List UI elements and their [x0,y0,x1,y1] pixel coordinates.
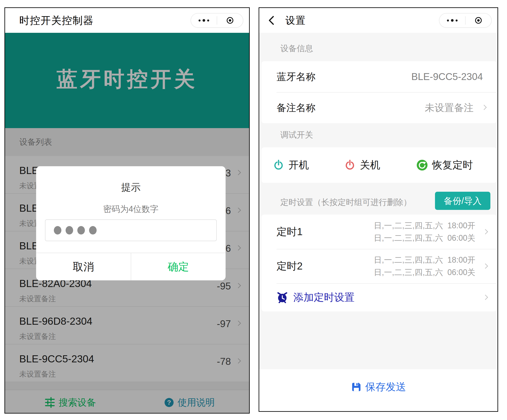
more-button[interactable] [191,14,217,27]
timer-name: 定时1 [276,214,303,249]
back-icon[interactable] [266,15,277,26]
more-icon [198,19,209,22]
timer-name: 定时2 [276,249,303,283]
timer-on-line: 日,一,二,三,四,五,六 18:00开 [374,254,475,266]
bluetooth-name-value: BLE-9CC5-2304 [411,61,483,92]
confirm-button[interactable]: 确定 [131,253,226,280]
modal-buttons: 取消 确定 [36,253,225,280]
timer-card: 定时1 日,一,二,三,四,五,六 18:00开 日,一,二,三,四,五,六 0… [261,214,497,311]
device-info-card: 蓝牙名称 BLE-9CC5-2304 备注名称 未设置备注 [261,61,497,123]
password-dot [66,226,73,235]
power-off-label: 关机 [360,158,380,172]
alarm-clock-icon [276,291,289,304]
page-title: 时控开关控制器 [19,8,94,33]
settings-screen: 设置 设备信息 蓝牙名称 BLE-9CC5-2304 [259,7,498,412]
remark-name-value: 未设置备注 [425,92,473,123]
power-on-icon [273,159,284,171]
device-info-label: 设备信息 [280,43,313,54]
controller-screen: 时控开关控制器 蓝牙时控开关 设备列表 BLE-8711-2304 [4,7,250,413]
timer-off-line: 日,一,二,三,四,五,六 06:00关 [374,266,475,279]
password-input[interactable] [45,220,217,241]
timer-row-2[interactable]: 定时2 日,一,二,三,四,五,六 18:00开 日,一,二,三,四,五,六 0… [261,249,497,283]
more-button[interactable] [439,14,465,27]
target-icon [474,16,483,25]
timer-schedule: 日,一,二,三,四,五,六 18:00开 日,一,二,三,四,五,六 06:00… [374,254,475,279]
chevron-right-icon [483,229,488,234]
target-icon [226,16,234,25]
left-navbar: 时控开关控制器 [5,8,249,33]
power-off-button[interactable]: 关机 [344,147,380,183]
backup-import-button[interactable]: 备份/导入 [435,192,490,210]
right-navbar: 设置 [259,8,498,33]
more-icon [447,19,458,22]
chevron-right-icon [481,105,487,110]
footer: 保存发送 [259,369,498,412]
modal-title: 提示 [36,181,225,194]
page-title: 设置 [285,8,306,33]
password-dot [54,226,61,235]
add-timer-label: 添加定时设置 [293,283,355,311]
power-on-button[interactable]: 开机 [273,147,309,183]
remark-name-row[interactable]: 备注名称 未设置备注 [261,92,497,123]
debug-label: 调试开关 [280,129,313,141]
wechat-capsule [190,13,243,28]
chevron-right-icon [483,263,488,269]
restore-timer-label: 恢复定时 [432,158,473,172]
minimize-button[interactable] [465,14,491,27]
restore-timer-button[interactable]: 恢复定时 [416,147,473,183]
screenshot-canvas: 时控开关控制器 蓝牙时控开关 设备列表 BLE-8711-2304 [0,0,507,420]
timer-row-1[interactable]: 定时1 日,一,二,三,四,五,六 18:00开 日,一,二,三,四,五,六 0… [261,214,497,249]
timer-off-line: 日,一,二,三,四,五,六 06:00关 [374,232,475,244]
password-dot [77,226,85,235]
save-send-button[interactable]: 保存发送 [259,369,498,405]
floppy-disk-icon [351,381,362,392]
password-modal: 提示 密码为4位数字 取消 确定 [36,166,225,280]
remark-name-label: 备注名称 [276,92,316,123]
wechat-capsule [439,13,492,28]
cancel-button[interactable]: 取消 [36,253,131,280]
timer-settings-label: 定时设置（长按定时组可进行删除） [280,197,411,208]
minimize-button[interactable] [217,14,243,27]
debug-card: 开机 关机 恢复定时 [261,147,497,183]
bluetooth-name-row: 蓝牙名称 BLE-9CC5-2304 [261,61,497,92]
modal-subtitle: 密码为4位数字 [36,203,225,215]
password-dot [89,226,97,235]
power-off-icon [344,159,356,171]
bluetooth-name-label: 蓝牙名称 [276,61,316,92]
timer-on-line: 日,一,二,三,四,五,六 18:00开 [374,220,475,232]
refresh-icon [416,159,428,171]
save-send-label: 保存发送 [366,380,406,394]
timer-schedule: 日,一,二,三,四,五,六 18:00开 日,一,二,三,四,五,六 06:00… [374,220,475,244]
power-on-label: 开机 [289,158,309,172]
add-timer-row[interactable]: 添加定时设置 [261,283,497,311]
chevron-right-icon [483,295,488,300]
